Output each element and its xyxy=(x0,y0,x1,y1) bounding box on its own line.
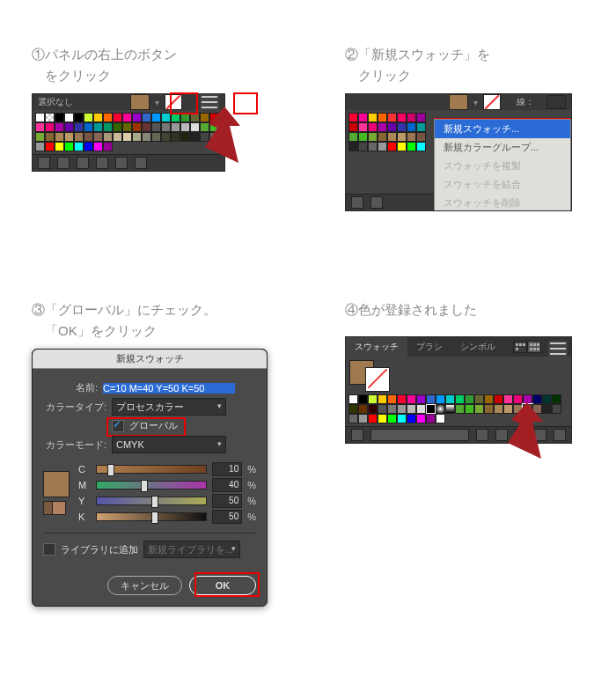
k-pct: % xyxy=(247,512,256,522)
ok-button[interactable]: OK xyxy=(189,576,256,595)
name-label: 名前: xyxy=(43,381,98,394)
m-slider[interactable] xyxy=(96,481,207,490)
menu-new-swatch[interactable]: 新規スウォッチ... xyxy=(435,120,570,138)
c-label: C xyxy=(78,464,91,475)
preview-swatch xyxy=(43,471,70,497)
step-1-caption: ①パネルの右上のボタン をクリック xyxy=(32,44,252,86)
step-2: ②「新規スウォッチ」を クリック ▾ 線： 新規スウォッチ.. xyxy=(345,44,591,211)
m-pct: % xyxy=(247,480,256,490)
step-3-line2: 「OK」をクリック xyxy=(45,323,157,338)
library-icon[interactable] xyxy=(351,429,363,441)
fill-stroke-preview xyxy=(346,357,571,392)
trash-icon[interactable] xyxy=(554,429,566,441)
callout-arrow-1 xyxy=(198,107,242,168)
m-value[interactable]: 40 xyxy=(212,478,242,492)
step-1-num: ① xyxy=(32,47,45,62)
step-4-caption: ④色が登録されました xyxy=(345,299,591,320)
addlib-select[interactable]: 新規ライブラリを... xyxy=(143,541,240,558)
swatches-panel-4: スウォッチ ブラシ シンボル xyxy=(345,336,572,444)
show-kind-icon[interactable] xyxy=(57,157,70,169)
stroke-swatch-none[interactable] xyxy=(165,94,182,110)
addlib-label: ライブラリに追加 xyxy=(61,543,138,556)
step-3: ③「グローバル」にチェック。 「OK」をクリック 新規スウォッチ 名前: C=1… xyxy=(32,299,296,607)
view-small-icon[interactable] xyxy=(513,341,527,353)
swatch-grid-2[interactable] xyxy=(346,110,436,154)
library-icon[interactable] xyxy=(351,196,363,209)
show-kind-icon[interactable] xyxy=(476,429,488,441)
new-swatch-dialog: 新規スウォッチ 名前: C=10 M=40 Y=50 K=50 カラータイプ: … xyxy=(32,349,268,607)
tab-brushes[interactable]: ブラシ xyxy=(407,337,451,357)
dialog-title: 新規スウォッチ xyxy=(33,350,267,369)
c-slider[interactable] xyxy=(96,465,207,474)
trash-icon[interactable] xyxy=(135,157,147,169)
y-slider[interactable] xyxy=(96,497,207,505)
k-value[interactable]: 50 xyxy=(212,510,242,524)
y-label: Y xyxy=(78,496,91,506)
step-2-line1: 「新規スウォッチ」を xyxy=(358,47,490,62)
panel-1-topbar: 選択なし ▾ xyxy=(33,94,224,110)
cancel-button[interactable]: キャンセル xyxy=(107,576,182,595)
menu-new-color-group[interactable]: 新規カラーグループ... xyxy=(435,138,570,157)
swatches-panel-1: 選択なし ▾ xyxy=(32,93,225,172)
colortype-select[interactable]: プロセスカラー xyxy=(112,398,226,416)
fill-swatch-2[interactable] xyxy=(449,94,468,110)
view-grid-icon[interactable] xyxy=(527,341,541,353)
swatches-panel-2: ▾ 線： 新規スウォッチ... 新規カラーグループ... スウォッチを複製 スウ… xyxy=(345,93,572,211)
c-value[interactable]: 10 xyxy=(212,462,242,476)
new-group-icon[interactable] xyxy=(96,157,108,169)
global-checkbox[interactable] xyxy=(112,420,124,432)
k-label: K xyxy=(78,512,91,522)
step-2-num: ② xyxy=(345,47,358,62)
step-2-caption: ②「新規スウォッチ」を クリック xyxy=(345,44,591,86)
panel-2-topbar: ▾ 線： xyxy=(346,94,571,110)
stroke-swatch-none-2[interactable] xyxy=(483,94,501,110)
step-3-num: ③ xyxy=(32,302,45,317)
swatch-grid-1[interactable] xyxy=(33,110,224,154)
step-3-caption: ③「グローバル」にチェック。 「OK」をクリック xyxy=(32,299,296,342)
addlib-checkbox[interactable] xyxy=(43,543,55,556)
panel-4-tabs: スウォッチ ブラシ シンボル xyxy=(346,337,571,357)
tab-swatches[interactable]: スウォッチ xyxy=(346,337,407,357)
menu-duplicate-swatch: スウォッチを複製 xyxy=(435,157,570,175)
step-1-line2: をクリック xyxy=(45,68,111,83)
stroke-label: 線： xyxy=(517,96,534,108)
selection-label: 選択なし xyxy=(38,96,73,108)
step-4-line1: 色が登録されました xyxy=(358,302,477,317)
swatch-options-icon[interactable] xyxy=(77,157,89,169)
step-1: ①パネルの右上のボタン をクリック 選択なし ▾ xyxy=(32,44,252,172)
panel-1-bottom-toolbar xyxy=(33,154,224,171)
menu-delete-swatch: スウォッチを削除 xyxy=(435,194,570,211)
svg-marker-0 xyxy=(205,107,240,163)
step-1-line1: パネルの右上のボタン xyxy=(45,47,177,62)
show-kind-icon[interactable] xyxy=(370,196,383,209)
step-3-line1: 「グローバル」にチェック。 xyxy=(45,302,216,317)
y-pct: % xyxy=(247,496,256,506)
compare-swatch xyxy=(43,501,73,515)
svg-marker-1 xyxy=(508,402,543,459)
m-label: M xyxy=(78,480,91,490)
name-field[interactable]: C=10 M=40 Y=50 K=50 xyxy=(103,383,235,394)
k-slider[interactable] xyxy=(96,512,207,521)
fill-swatch[interactable] xyxy=(130,94,150,110)
y-value[interactable]: 50 xyxy=(212,494,242,508)
callout-arrow-4 xyxy=(501,402,545,464)
panel-menu-dropdown: 新規スウォッチ... 新規カラーグループ... スウォッチを複製 スウォッチを結… xyxy=(434,119,571,211)
step-4: ④色が登録されました スウォッチ ブラシ シンボル xyxy=(345,299,591,444)
colortype-label: カラータイプ: xyxy=(43,401,106,414)
global-label: グローバル xyxy=(129,419,178,432)
c-pct: % xyxy=(247,464,256,475)
tab-symbols[interactable]: シンボル xyxy=(451,337,504,357)
colormode-label: カラーモード: xyxy=(43,438,106,452)
menu-merge-swatch: スウォッチを結合 xyxy=(435,175,570,194)
library-icon[interactable] xyxy=(38,157,50,169)
stroke-preview-none[interactable] xyxy=(365,367,390,392)
new-swatch-icon[interactable] xyxy=(115,157,128,169)
step-4-num: ④ xyxy=(345,302,358,317)
panel-4-menu-button[interactable] xyxy=(548,341,568,357)
step-2-line2: クリック xyxy=(358,68,411,83)
colormode-select[interactable]: CMYK xyxy=(112,436,226,453)
